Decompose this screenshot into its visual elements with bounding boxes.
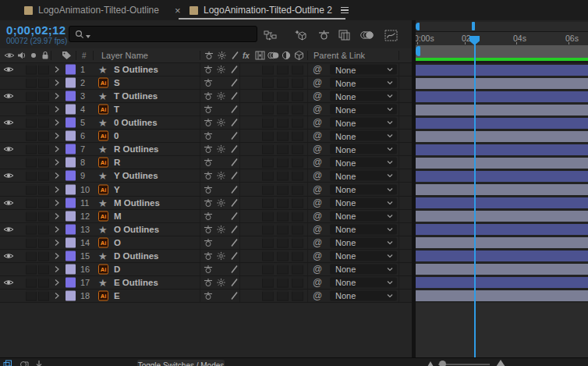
adjustment-cell[interactable] [292, 105, 303, 115]
layer-name[interactable]: 0 [114, 131, 119, 140]
frame-blend-cell[interactable] [262, 131, 274, 141]
hide-shy-layers-button[interactable] [316, 27, 331, 43]
motion-blur-cell[interactable] [277, 197, 289, 208]
shy-switch[interactable] [204, 105, 213, 114]
label-color-swatch[interactable] [66, 171, 76, 181]
solo-cell[interactable] [26, 118, 37, 128]
adjustment-cell[interactable] [292, 211, 303, 221]
zoom-out-mountain-icon[interactable] [427, 361, 434, 366]
lock-cell[interactable] [38, 237, 49, 247]
label-color-swatch[interactable] [66, 277, 76, 287]
timeline-zoom-handle[interactable] [439, 361, 446, 366]
parent-pickwhip-icon[interactable]: @ [313, 184, 322, 195]
in-out-duration-pane-toggle[interactable] [34, 360, 44, 366]
video-visibility-toggle[interactable] [3, 119, 14, 126]
parent-pickwhip-icon[interactable]: @ [313, 224, 322, 235]
layer-duration-bar[interactable] [414, 118, 588, 129]
collapse-transformations-switch[interactable] [217, 92, 225, 101]
layer-duration-bar[interactable] [414, 91, 588, 102]
solo-cell[interactable] [26, 171, 37, 181]
frame-blend-cell[interactable] [262, 184, 274, 194]
motion-blur-cell[interactable] [277, 65, 289, 75]
solo-cell[interactable] [26, 277, 37, 287]
collapse-transformations-switch[interactable] [217, 278, 225, 286]
solo-cell[interactable] [26, 105, 37, 115]
layer-name[interactable]: Y [114, 185, 120, 194]
twirl-expand-icon[interactable] [55, 292, 59, 299]
twirl-expand-icon[interactable] [55, 199, 59, 206]
quality-switch[interactable] [230, 238, 239, 247]
shy-switch[interactable] [204, 198, 213, 208]
solo-cell[interactable] [26, 91, 37, 101]
layer-duration-bar[interactable] [414, 211, 588, 222]
lock-cell[interactable] [38, 91, 49, 101]
quality-switch[interactable] [230, 158, 239, 167]
shy-switch[interactable] [204, 65, 213, 74]
tab-comp-1[interactable]: LogoAnimation-Tilted-Outline [24, 0, 159, 20]
label-color-swatch[interactable] [66, 65, 76, 75]
solo-cell[interactable] [26, 65, 37, 75]
shy-switch[interactable] [204, 78, 213, 87]
quality-switch[interactable] [230, 131, 239, 140]
lock-cell[interactable] [38, 277, 49, 287]
lock-cell[interactable] [38, 78, 49, 88]
layer-name[interactable]: M [114, 211, 122, 221]
quality-switch[interactable] [230, 211, 239, 221]
shy-switch[interactable] [204, 118, 213, 127]
work-area-start-bracket[interactable] [416, 46, 420, 56]
label-color-swatch[interactable] [66, 237, 76, 247]
shy-switch[interactable] [204, 278, 213, 287]
twirl-expand-icon[interactable] [55, 66, 59, 73]
label-color-swatch[interactable] [66, 131, 76, 141]
motion-blur-cell[interactable] [277, 171, 289, 181]
twirl-expand-icon[interactable] [55, 265, 59, 272]
twirl-expand-icon[interactable] [55, 93, 59, 100]
parent-pickwhip-icon[interactable]: @ [313, 290, 322, 301]
twirl-expand-icon[interactable] [55, 186, 59, 193]
motion-blur-cell[interactable] [277, 211, 289, 221]
frame-blend-cell[interactable] [262, 144, 274, 155]
motion-blur-cell[interactable] [277, 237, 289, 247]
adjustment-cell[interactable] [292, 264, 303, 274]
parent-pickwhip-icon[interactable]: @ [313, 91, 322, 101]
frame-blend-cell[interactable] [262, 224, 274, 234]
solo-cell[interactable] [26, 197, 37, 208]
layer-duration-bar[interactable] [414, 184, 588, 195]
shy-switch[interactable] [204, 238, 213, 247]
shy-switch[interactable] [204, 171, 213, 180]
layer-search-box[interactable] [69, 26, 257, 42]
adjustment-cell[interactable] [292, 184, 303, 194]
layer-name[interactable]: D [114, 265, 120, 274]
layer-name[interactable]: Y Outlines [114, 171, 158, 180]
quality-switch[interactable] [230, 291, 239, 300]
collapse-transformations-switch[interactable] [217, 251, 225, 260]
solo-cell[interactable] [26, 251, 37, 261]
parent-dropdown[interactable]: None [330, 184, 397, 194]
shy-switch[interactable] [204, 251, 213, 261]
layer-name[interactable]: S [114, 78, 120, 87]
quality-switch[interactable] [230, 265, 239, 274]
motion-blur-cell[interactable] [277, 290, 289, 300]
lock-cell[interactable] [38, 118, 49, 128]
frame-blend-cell[interactable] [262, 91, 274, 101]
shy-switch[interactable] [204, 131, 213, 140]
frame-blend-cell[interactable] [262, 118, 274, 128]
layer-duration-bar[interactable] [414, 144, 588, 155]
lock-cell[interactable] [38, 158, 49, 168]
video-visibility-toggle[interactable] [3, 226, 14, 233]
twirl-expand-icon[interactable] [55, 226, 59, 233]
motion-blur-cell[interactable] [277, 277, 289, 287]
collapse-transformations-switch[interactable] [217, 225, 225, 233]
work-area-bar[interactable] [416, 45, 588, 58]
lock-cell[interactable] [38, 131, 49, 141]
lock-cell[interactable] [38, 264, 49, 274]
layer-duration-bar[interactable] [414, 277, 588, 288]
layer-duration-bar[interactable] [414, 264, 588, 275]
motion-blur-cell[interactable] [277, 131, 289, 141]
parent-dropdown[interactable]: None [330, 65, 397, 75]
motion-blur-cell[interactable] [277, 184, 289, 194]
panel-divider[interactable] [412, 20, 416, 357]
frame-blend-cell[interactable] [262, 197, 274, 208]
time-navigator[interactable] [416, 22, 588, 32]
parent-pickwhip-icon[interactable]: @ [313, 144, 322, 155]
